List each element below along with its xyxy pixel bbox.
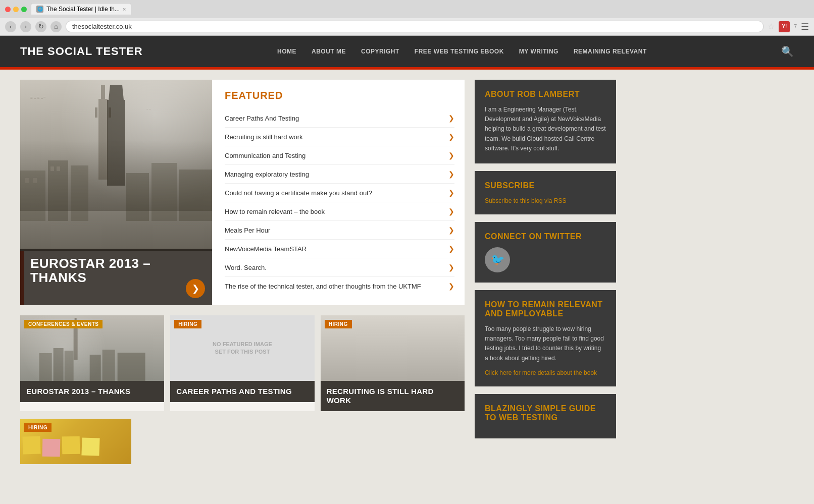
featured-arrow-4: ❯ bbox=[448, 189, 454, 197]
site-logo[interactable]: THE SOCIAL TESTER bbox=[20, 45, 143, 58]
svg-rect-11 bbox=[33, 178, 37, 183]
tab-label: The Social Tester | Idle th... bbox=[46, 6, 120, 13]
browser-chrome: 🌐 The Social Tester | Idle th... × ‹ › ↻… bbox=[0, 0, 814, 36]
featured-item-7[interactable]: NewVoiceMedia TeamSTAR ❯ bbox=[225, 240, 454, 258]
featured-item-3[interactable]: Managing exploratory testing ❯ bbox=[225, 165, 454, 184]
hero-section: ~ ~ ~ bbox=[20, 80, 465, 305]
post-card-tag-0: CONFERENCES & EVENTS bbox=[24, 320, 103, 328]
search-button[interactable]: 🔍 bbox=[781, 45, 794, 58]
browser-titlebar: 🌐 The Social Tester | Idle th... × bbox=[0, 0, 814, 18]
featured-item-1[interactable]: Recruiting is still hard work ❯ bbox=[225, 128, 454, 146]
featured-item-0[interactable]: Career Paths And Testing ❯ bbox=[225, 109, 454, 128]
main-container: ~ ~ ~ bbox=[0, 70, 814, 474]
featured-item-9[interactable]: The rise of the technical tester, and ot… bbox=[225, 277, 454, 295]
post-card-image-1: NO FEATURED IMAGESET FOR THIS POST HIRIN… bbox=[170, 315, 314, 381]
featured-item-text-2: Communication and Testing bbox=[225, 152, 306, 159]
post-card-footer-2: RECRUITING IS STILL HARD WORK bbox=[321, 381, 465, 411]
hero-image-container[interactable]: ~ ~ ~ bbox=[20, 80, 212, 305]
featured-item-text-1: Recruiting is still hard work bbox=[225, 133, 303, 141]
hero-next-button[interactable]: ❯ bbox=[186, 279, 205, 298]
extension-badge: 7 bbox=[794, 24, 797, 29]
sidebar-about: ABOUT ROB LAMBERT I am a Engineering Man… bbox=[475, 80, 616, 163]
twitter-icon: 🐦 bbox=[491, 253, 504, 266]
extension-icon[interactable]: Y! bbox=[779, 21, 790, 32]
browser-menu-icon[interactable]: ☰ bbox=[801, 21, 809, 32]
close-dot[interactable] bbox=[5, 7, 11, 12]
featured-arrow-1: ❯ bbox=[448, 133, 454, 141]
featured-item-4[interactable]: Could not having a certificate make you … bbox=[225, 184, 454, 202]
post-card-1[interactable]: NO FEATURED IMAGESET FOR THIS POST HIRIN… bbox=[170, 315, 314, 411]
svg-rect-7 bbox=[126, 173, 149, 221]
post-card-title-0: EUROSTAR 2013 – THANKS bbox=[26, 387, 158, 396]
featured-item-text-8: Word. Search. bbox=[225, 264, 267, 271]
sidebar-guide-title: BLAZINGLY SIMPLE GUIDE TO WEB TESTING bbox=[485, 404, 606, 422]
svg-rect-2 bbox=[95, 107, 97, 118]
tab-favicon: 🌐 bbox=[36, 6, 43, 13]
post-card-tag-2: HIRING bbox=[325, 320, 352, 328]
post-card-partial[interactable]: HIRING bbox=[20, 419, 131, 464]
nav-ebook[interactable]: FREE WEB TESTING EBOOK bbox=[415, 48, 504, 55]
post-card-title-1: CAREER PATHS AND TESTING bbox=[176, 387, 308, 396]
partial-tag-label: HIRING bbox=[24, 423, 52, 432]
minimize-dot[interactable] bbox=[13, 7, 19, 12]
post-card-2[interactable]: HIRING RECRUITING IS STILL HARD WORK bbox=[321, 315, 465, 411]
nav-about[interactable]: ABOUT ME bbox=[312, 48, 346, 55]
forward-button[interactable]: › bbox=[20, 21, 31, 32]
sidebar-book: HOW TO REMAIN RELEVANT AND EMPLOYABLE To… bbox=[475, 290, 616, 386]
browser-toolbar: ‹ › ↻ ⌂ ☆ Y! 7 ☰ bbox=[0, 18, 814, 35]
featured-item-text-5: How to remain relevant – the book bbox=[225, 208, 325, 215]
featured-item-6[interactable]: Meals Per Hour ❯ bbox=[225, 221, 454, 240]
main-nav: HOME ABOUT ME COPYRIGHT FREE WEB TESTING… bbox=[277, 48, 647, 55]
content-area: ~ ~ ~ bbox=[20, 80, 465, 464]
sidebar-rss-link[interactable]: Subscribe to this blog via RSS bbox=[485, 197, 566, 204]
maximize-dot[interactable] bbox=[21, 7, 27, 12]
featured-item-text-7: NewVoiceMedia TeamSTAR bbox=[225, 245, 307, 253]
svg-rect-23 bbox=[118, 353, 145, 381]
svg-rect-17 bbox=[74, 324, 78, 360]
nav-relevant[interactable]: REMAINING RELEVANT bbox=[574, 48, 647, 55]
post-card-0[interactable]: ~ ~ ~ ~ ~ ~ ~ ~ bbox=[20, 315, 164, 411]
twitter-button[interactable]: 🐦 bbox=[485, 247, 510, 272]
browser-tab[interactable]: 🌐 The Social Tester | Idle th... × bbox=[31, 3, 131, 15]
post-card-image-0: ~ ~ ~ ~ ~ ~ ~ ~ bbox=[20, 315, 164, 381]
featured-arrow-8: ❯ bbox=[448, 263, 454, 271]
featured-arrow-0: ❯ bbox=[448, 114, 454, 122]
svg-rect-20 bbox=[65, 351, 74, 381]
nav-home[interactable]: HOME bbox=[277, 48, 296, 55]
hero-sketch-svg: ~ ~ ~ ~ ~ ~ bbox=[20, 80, 212, 251]
featured-arrow-5: ❯ bbox=[448, 207, 454, 215]
post-card-partial-tag: HIRING bbox=[24, 423, 52, 432]
featured-arrow-6: ❯ bbox=[448, 226, 454, 234]
sidebar-twitter: CONNECT ON TWITTER 🐦 bbox=[475, 222, 616, 283]
sidebar-subscribe: SUBSCRIBE Subscribe to this blog via RSS bbox=[475, 171, 616, 214]
address-bar[interactable] bbox=[66, 21, 764, 32]
svg-rect-21 bbox=[90, 355, 101, 381]
hero-caption: EUROSTAR 2013 – THANKS ❯ bbox=[20, 249, 212, 305]
svg-rect-22 bbox=[103, 350, 115, 381]
featured-item-5[interactable]: How to remain relevant – the book ❯ bbox=[225, 202, 454, 221]
tab-close-button[interactable]: × bbox=[123, 6, 126, 12]
featured-item-text-3: Managing exploratory testing bbox=[225, 171, 309, 178]
nav-writing[interactable]: MY WRITING bbox=[519, 48, 558, 55]
post-grid-row1: ~ ~ ~ ~ ~ ~ ~ ~ bbox=[20, 315, 465, 411]
svg-rect-19 bbox=[54, 348, 64, 381]
hero-title: EUROSTAR 2013 – bbox=[30, 256, 202, 271]
svg-rect-1 bbox=[98, 99, 108, 180]
featured-title: FEATURED bbox=[225, 90, 454, 101]
svg-rect-13 bbox=[57, 166, 60, 171]
sidebar-book-text: Too many people struggle to wow hiring m… bbox=[485, 324, 606, 363]
featured-item-8[interactable]: Word. Search. ❯ bbox=[225, 258, 454, 277]
featured-item-text-9: The rise of the technical tester, and ot… bbox=[225, 283, 421, 290]
home-button[interactable]: ⌂ bbox=[50, 21, 62, 32]
sidebar-book-link[interactable]: Click here for more details about the bo… bbox=[485, 369, 597, 376]
nav-copyright[interactable]: COPYRIGHT bbox=[361, 48, 399, 55]
hero-title-2: THANKS bbox=[30, 270, 202, 285]
svg-rect-9 bbox=[179, 170, 212, 221]
bookmark-icon[interactable]: ☆ bbox=[768, 22, 775, 31]
sidebar-book-title: HOW TO REMAIN RELEVANT AND EMPLOYABLE bbox=[485, 300, 606, 318]
refresh-button[interactable]: ↻ bbox=[35, 21, 46, 32]
svg-rect-3 bbox=[109, 107, 111, 118]
featured-item-2[interactable]: Communication and Testing ❯ bbox=[225, 146, 454, 165]
post-card-title-2: RECRUITING IS STILL HARD WORK bbox=[327, 387, 459, 405]
back-button[interactable]: ‹ bbox=[5, 21, 16, 32]
